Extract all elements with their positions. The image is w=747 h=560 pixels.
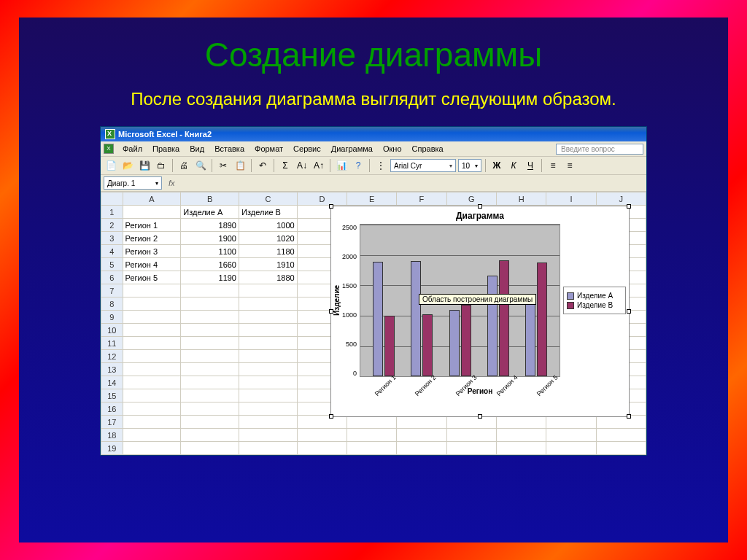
cell[interactable]: 1190 <box>181 271 239 284</box>
row-header[interactable]: 11 <box>101 337 123 350</box>
cell[interactable] <box>239 442 298 455</box>
row-header[interactable]: 13 <box>101 363 123 376</box>
menu-window[interactable]: Окно <box>379 143 406 155</box>
cell[interactable] <box>596 429 646 442</box>
row-header[interactable]: 17 <box>101 416 123 429</box>
row-header[interactable]: 5 <box>101 258 123 271</box>
cell[interactable] <box>181 376 239 389</box>
cell[interactable] <box>181 311 239 324</box>
cell[interactable]: 1000 <box>239 219 298 232</box>
cell[interactable] <box>181 337 239 350</box>
preview-icon[interactable]: 🔍 <box>193 158 208 173</box>
cell[interactable]: Регион 2 <box>123 232 181 245</box>
row-header[interactable]: 6 <box>101 271 123 284</box>
save-icon[interactable]: 💾 <box>137 158 152 173</box>
font-selector[interactable]: Arial Cyr ▾ <box>390 159 456 172</box>
cell[interactable]: 1880 <box>239 271 298 284</box>
row-header[interactable]: 15 <box>101 389 123 402</box>
cell[interactable] <box>297 442 347 455</box>
fx-icon[interactable]: fx <box>164 179 179 187</box>
cell[interactable] <box>239 416 298 429</box>
cell[interactable] <box>347 442 397 455</box>
col-header[interactable]: A <box>123 192 181 206</box>
row-header[interactable]: 10 <box>101 324 123 337</box>
cell[interactable]: 1020 <box>239 232 298 245</box>
cell[interactable] <box>496 416 546 429</box>
resize-handle[interactable] <box>627 414 631 419</box>
cell[interactable] <box>239 337 298 350</box>
cut-icon[interactable]: ✂ <box>216 158 231 173</box>
cell[interactable] <box>181 284 239 298</box>
print-icon[interactable]: 🖨 <box>177 158 191 173</box>
cell[interactable] <box>546 442 596 455</box>
cell[interactable] <box>239 324 298 337</box>
row-header[interactable]: 16 <box>101 402 123 416</box>
bar[interactable] <box>537 262 547 376</box>
cell[interactable] <box>397 429 446 442</box>
cell[interactable]: 1910 <box>239 258 298 271</box>
font-size-selector[interactable]: 10 ▾ <box>458 159 481 172</box>
resize-handle[interactable] <box>478 204 482 209</box>
cell[interactable] <box>123 284 181 298</box>
cell[interactable] <box>239 363 298 376</box>
resize-handle[interactable] <box>329 414 333 419</box>
legend-item[interactable]: Изделие А <box>567 292 622 300</box>
cell[interactable] <box>123 429 181 442</box>
cell[interactable] <box>123 298 181 311</box>
row-header[interactable]: 19 <box>101 442 123 455</box>
col-header[interactable]: C <box>239 192 298 206</box>
new-icon[interactable]: 📄 <box>104 158 118 173</box>
row-header[interactable]: 14 <box>101 376 123 389</box>
cell[interactable] <box>596 416 646 429</box>
cell[interactable]: Изделие В <box>239 206 298 219</box>
resize-handle[interactable] <box>627 309 631 314</box>
cell[interactable] <box>239 429 298 442</box>
row-header[interactable]: 3 <box>101 232 123 245</box>
cell[interactable] <box>297 429 347 442</box>
cell[interactable] <box>297 416 347 429</box>
menu-insert[interactable]: Вставка <box>210 143 249 155</box>
cell[interactable] <box>181 363 239 376</box>
undo-icon[interactable]: ↶ <box>255 158 270 173</box>
cell[interactable] <box>347 416 397 429</box>
cell[interactable] <box>446 416 496 429</box>
cell[interactable] <box>446 442 496 455</box>
cell[interactable] <box>239 376 298 389</box>
help-search[interactable]: Введите вопрос <box>556 144 643 155</box>
row-header[interactable]: 18 <box>101 429 123 442</box>
row-header[interactable]: 7 <box>101 284 123 298</box>
italic-button[interactable]: К <box>506 158 521 173</box>
plot-area[interactable]: Область построения диаграммы <box>360 224 560 377</box>
bar[interactable] <box>384 316 395 376</box>
cell[interactable] <box>239 350 298 363</box>
cell[interactable]: 1100 <box>181 245 239 258</box>
col-header[interactable]: J <box>596 192 646 206</box>
bar[interactable] <box>411 261 421 376</box>
col-header[interactable]: E <box>347 192 397 206</box>
bar[interactable] <box>525 304 535 376</box>
cell[interactable] <box>181 298 239 311</box>
resize-handle[interactable] <box>627 204 631 209</box>
cell[interactable] <box>123 442 181 455</box>
align-left-icon[interactable]: ≡ <box>546 158 560 173</box>
col-header[interactable]: D <box>297 192 347 206</box>
col-header[interactable]: I <box>546 192 596 206</box>
cell[interactable] <box>446 429 496 442</box>
bar[interactable] <box>449 310 460 377</box>
cell[interactable] <box>181 429 239 442</box>
bold-button[interactable]: Ж <box>489 158 504 173</box>
cell[interactable] <box>123 311 181 324</box>
cell[interactable] <box>123 376 181 389</box>
legend[interactable]: Изделие АИзделие В <box>563 287 626 314</box>
cell[interactable]: Регион 3 <box>123 245 181 258</box>
bar[interactable] <box>422 314 433 376</box>
sum-icon[interactable]: Σ <box>278 158 293 173</box>
chart-object[interactable]: Диаграмма Изделие 25002000150010005000 О… <box>330 206 630 417</box>
cell[interactable]: 1660 <box>181 258 239 271</box>
menu-chart[interactable]: Диаграмма <box>327 143 377 155</box>
bar[interactable] <box>487 276 498 376</box>
cell[interactable]: 1180 <box>239 245 298 258</box>
col-header[interactable]: H <box>496 192 546 206</box>
col-header[interactable]: B <box>181 192 239 206</box>
sort-desc-icon[interactable]: A↑ <box>311 158 326 173</box>
